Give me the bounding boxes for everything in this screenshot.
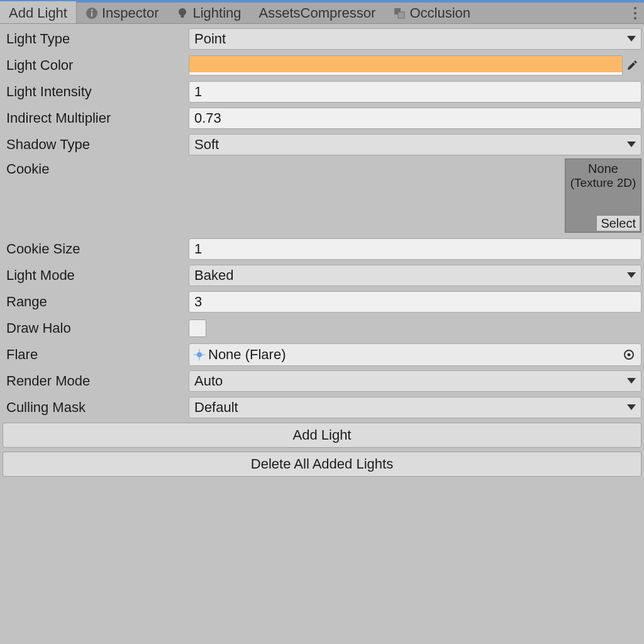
alpha-bar [189, 72, 622, 75]
cookie-size-input[interactable] [189, 238, 641, 260]
row-light-type: Light Type Point [3, 26, 641, 52]
svg-marker-11 [627, 142, 636, 147]
row-draw-halo: Draw Halo [3, 316, 641, 341]
row-cookie-size: Cookie Size [3, 236, 641, 262]
culling-mask-dropdown[interactable]: Default [189, 397, 641, 418]
light-mode-dropdown[interactable]: Baked [189, 265, 641, 286]
shadow-type-value: Soft [194, 136, 219, 153]
tab-assets-compressor[interactable]: AssetsCompressor [250, 3, 385, 23]
chevron-down-icon [627, 36, 636, 42]
flare-object-field[interactable]: None (Flare) [189, 343, 641, 366]
label-draw-halo: Draw Halo [3, 318, 189, 339]
cookie-select-button[interactable]: Select [596, 215, 640, 231]
tab-occlusion-label: Occlusion [409, 5, 470, 21]
row-cookie: Cookie None (Texture 2D) Select [3, 158, 641, 234]
tab-assets-compressor-label: AssetsCompressor [259, 5, 376, 21]
object-picker-icon[interactable] [623, 349, 635, 360]
row-flare: Flare None (Flare) [3, 342, 641, 367]
info-icon [86, 7, 98, 19]
row-indirect-multiplier: Indirect Multiplier [3, 106, 641, 131]
label-cookie: Cookie [3, 158, 189, 180]
light-intensity-input[interactable] [189, 81, 641, 103]
svg-point-9 [634, 17, 636, 19]
draw-halo-checkbox[interactable] [189, 319, 206, 337]
shadow-type-dropdown[interactable]: Soft [189, 134, 641, 155]
row-culling-mask: Culling Mask Default [3, 395, 641, 420]
row-range: Range [3, 289, 641, 314]
label-cookie-size: Cookie Size [3, 238, 189, 260]
lightbulb-icon [176, 7, 189, 19]
tab-add-light-label: Add Light [9, 5, 67, 21]
flare-icon [193, 348, 206, 361]
svg-point-17 [628, 353, 631, 357]
label-light-type: Light Type [3, 28, 189, 50]
row-render-mode: Render Mode Auto [3, 369, 641, 394]
label-light-color: Light Color [3, 55, 189, 76]
chevron-down-icon [627, 272, 636, 279]
label-shadow-type: Shadow Type [3, 134, 189, 155]
chevron-down-icon [627, 378, 636, 384]
tab-occlusion[interactable]: Occlusion [384, 3, 479, 23]
eyedropper-button[interactable] [623, 55, 641, 75]
light-type-dropdown[interactable]: Point [189, 28, 641, 50]
label-range: Range [3, 291, 189, 313]
render-mode-value: Auto [194, 373, 223, 389]
add-light-button[interactable]: Add Light [3, 423, 641, 448]
svg-marker-19 [627, 404, 636, 410]
svg-marker-12 [627, 272, 636, 278]
culling-mask-value: Default [194, 399, 238, 416]
delete-all-lights-button[interactable]: Delete All Added Lights [3, 452, 641, 477]
flare-value: None (Flare) [208, 347, 286, 363]
row-shadow-type: Shadow Type Soft [3, 132, 641, 157]
row-light-intensity: Light Intensity [3, 79, 641, 104]
row-light-color: Light Color [3, 53, 641, 78]
label-flare: Flare [3, 344, 189, 365]
range-input[interactable] [189, 291, 641, 313]
svg-rect-6 [398, 12, 404, 18]
light-type-value: Point [194, 31, 226, 47]
svg-marker-10 [627, 36, 636, 42]
label-light-intensity: Light Intensity [3, 81, 189, 103]
label-indirect-multiplier: Indirect Multiplier [3, 108, 189, 129]
light-color-swatch[interactable] [189, 55, 623, 75]
tab-inspector-label: Inspector [102, 5, 159, 21]
tab-add-light[interactable]: Add Light [0, 0, 77, 23]
tab-lighting-label: Lighting [192, 5, 241, 21]
label-render-mode: Render Mode [3, 370, 189, 392]
svg-point-8 [634, 12, 636, 14]
svg-rect-4 [181, 15, 184, 18]
cookie-texture-slot[interactable]: None (Texture 2D) Select [565, 158, 641, 233]
label-culling-mask: Culling Mask [3, 397, 189, 418]
render-mode-dropdown[interactable]: Auto [189, 370, 641, 392]
tab-lighting[interactable]: Lighting [167, 3, 250, 23]
cookie-type-label: (Texture 2D) [570, 176, 636, 190]
tab-inspector[interactable]: Inspector [77, 3, 168, 23]
svg-point-3 [179, 8, 186, 16]
tabbar: Add Light Inspector Lighting AssetsCompr… [0, 0, 644, 24]
label-light-mode: Light Mode [3, 265, 189, 286]
cookie-none-label: None [588, 162, 618, 176]
chevron-down-icon [627, 142, 636, 148]
light-mode-value: Baked [194, 267, 233, 284]
svg-point-7 [634, 7, 636, 9]
tab-overflow-menu[interactable] [626, 3, 644, 23]
kebab-icon [633, 6, 637, 20]
indirect-multiplier-input[interactable] [189, 108, 641, 129]
svg-rect-1 [91, 12, 92, 16]
row-light-mode: Light Mode Baked [3, 263, 641, 288]
svg-marker-18 [627, 378, 636, 384]
svg-point-2 [91, 9, 93, 11]
eyedropper-icon [626, 59, 638, 72]
add-light-panel: Light Type Point Light Color Light Inten… [0, 24, 644, 420]
chevron-down-icon [627, 404, 636, 411]
occlusion-icon [393, 7, 406, 19]
